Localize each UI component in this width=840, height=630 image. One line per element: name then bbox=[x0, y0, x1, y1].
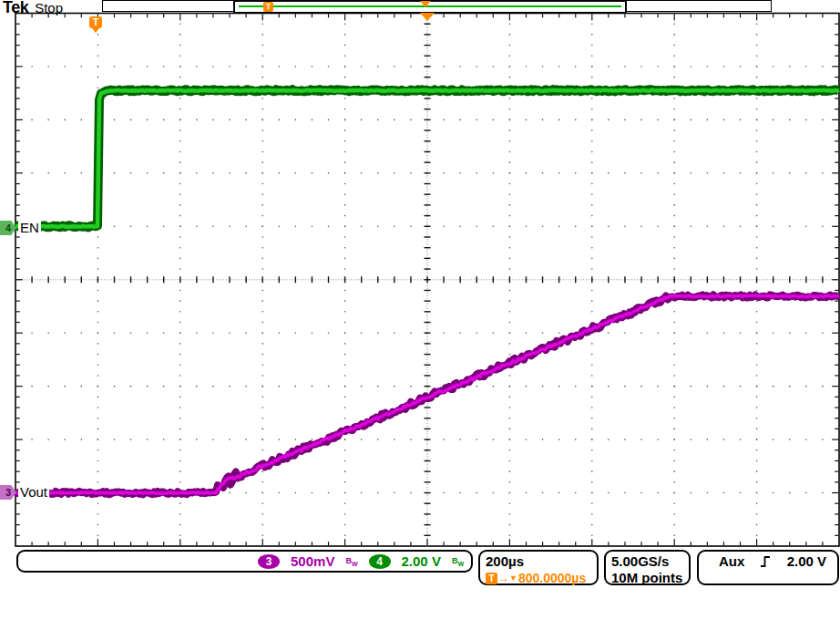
acquisition-readout-box[interactable]: 5.00GS/s 10M points bbox=[604, 550, 691, 585]
triangle-down-icon: ▼ bbox=[509, 573, 517, 583]
trigger-delay-t-icon: T bbox=[486, 573, 497, 584]
channel4-bandwidth-icon: BW bbox=[452, 556, 464, 567]
trigger-readout-box[interactable]: Aux 2.00 V bbox=[697, 550, 839, 585]
trigger-delay-readout[interactable]: T → ▼ 800.0000µs bbox=[486, 571, 597, 585]
trigger-position-marker[interactable]: T bbox=[89, 16, 102, 28]
timebase-readout[interactable]: 200µs bbox=[486, 553, 597, 570]
sample-rate-readout[interactable]: 5.00GS/s bbox=[611, 553, 689, 570]
channel4-badge[interactable]: 4 bbox=[369, 554, 391, 569]
arrow-right-icon: → bbox=[498, 572, 509, 584]
horizontal-readout-box[interactable]: 200µs T → ▼ 800.0000µs bbox=[478, 550, 599, 585]
channel-readout-box[interactable]: 3 500mV BW 4 2.00 V BW bbox=[16, 550, 473, 573]
trigger-level-readout[interactable]: 2.00 V bbox=[787, 553, 826, 570]
graticule-and-traces bbox=[0, 0, 840, 630]
trigger-delay-value: 800.0000µs bbox=[518, 571, 586, 585]
expansion-point-marker-icon[interactable] bbox=[420, 13, 435, 21]
rising-edge-slope-icon bbox=[760, 555, 772, 568]
channel3-bandwidth-icon: BW bbox=[345, 556, 357, 567]
trace-label-vout[interactable]: Vout bbox=[18, 484, 49, 500]
record-length-readout[interactable]: 10M points bbox=[611, 570, 689, 586]
channel3-scale[interactable]: 500mV bbox=[291, 553, 334, 570]
oscilloscope-screen: Tek Stop T T 4 EN 3 Vout 3 500mV BW 4 2.… bbox=[0, 0, 840, 630]
channel4-scale[interactable]: 2.00 V bbox=[402, 553, 441, 570]
trigger-source-readout[interactable]: Aux bbox=[719, 553, 744, 570]
channel3-badge[interactable]: 3 bbox=[258, 554, 280, 569]
trace-label-en[interactable]: EN bbox=[18, 220, 41, 235]
